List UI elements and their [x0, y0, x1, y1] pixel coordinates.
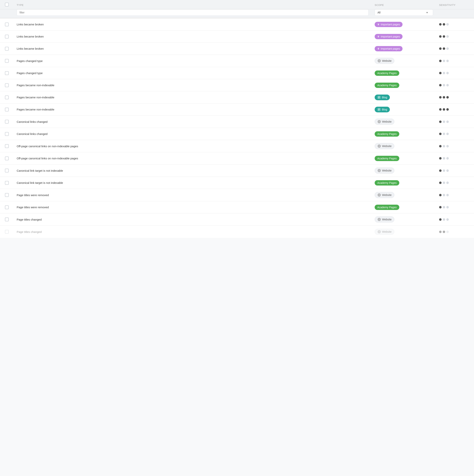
row-type: Links became broken [14, 44, 372, 53]
row-scope: Academy Pages [372, 153, 436, 164]
row-checkbox-13[interactable] [5, 169, 9, 172]
scope-label: Website [382, 169, 391, 172]
sensitivity-dot-1 [439, 133, 441, 135]
sensitivity-dot-3 [446, 47, 449, 50]
row-checkbox-6[interactable] [5, 83, 9, 87]
sensitivity-dot-3 [446, 60, 449, 62]
row-sensitivity [436, 191, 474, 199]
scope-label: Website [382, 145, 391, 148]
globe-icon [377, 218, 381, 221]
row-sensitivity [436, 142, 474, 151]
sensitivity-dot-1 [439, 170, 441, 172]
row-checkbox-7[interactable] [5, 96, 9, 99]
row-checkbox-14[interactable] [5, 181, 9, 185]
scope-label: Academy Pages [377, 206, 397, 209]
table-row: Page titles were removed Website [0, 189, 474, 201]
scope-badge-academy: Academy Pages [375, 180, 399, 186]
scope-badge-website: Website [375, 143, 394, 149]
row-type: Canonical links changed [14, 129, 372, 138]
rows-container: Links became broken ♛ Important pages Li… [0, 18, 474, 238]
globe-icon [377, 230, 381, 234]
sensitivity-dot-2 [443, 145, 445, 147]
scope-badge-academy: Academy Pages [375, 156, 399, 161]
row-sensitivity [436, 130, 474, 138]
scope-badge-website: Website [375, 229, 394, 235]
select-all-checkbox[interactable] [5, 3, 9, 6]
row-sensitivity [436, 69, 474, 77]
sensitivity-dot-2 [443, 194, 445, 196]
row-checkbox-cell [0, 205, 14, 209]
row-type: Links became broken [14, 20, 372, 29]
row-checkbox-3[interactable] [5, 47, 9, 51]
table-row: Pages became non-indexable Blog [0, 103, 474, 116]
row-checkbox-cell [0, 23, 14, 26]
scope-badge-academy: Academy Pages [375, 131, 399, 137]
globe-icon [377, 59, 381, 63]
row-sensitivity [436, 20, 474, 29]
row-type: Pages changed type [14, 68, 372, 78]
row-scope: Academy Pages [372, 80, 436, 91]
row-checkbox-4[interactable] [5, 59, 9, 63]
row-scope: ♛ Important pages [372, 43, 436, 54]
row-checkbox-18[interactable] [5, 230, 9, 234]
type-filter-input[interactable] [17, 9, 369, 16]
scope-select[interactable]: All Website Academy Pages Blog Important… [375, 9, 433, 16]
header-checkbox-cell [0, 3, 14, 8]
table-row: Off-page canonical links on non-indexabl… [0, 152, 474, 165]
sensitivity-dot-2 [443, 35, 445, 38]
type-header: TYPE [14, 4, 372, 8]
row-checkbox-cell [0, 132, 14, 136]
row-scope: Website [372, 213, 436, 225]
row-sensitivity [436, 32, 474, 41]
row-checkbox-15[interactable] [5, 193, 9, 197]
row-checkbox-cell [0, 47, 14, 51]
row-checkbox-cell [0, 181, 14, 185]
row-checkbox-cell [0, 218, 14, 221]
row-checkbox-2[interactable] [5, 35, 9, 38]
sensitivity-dot-2 [443, 170, 445, 172]
table-row: Canonical link target is not indexable A… [0, 177, 474, 189]
row-scope: Website [372, 55, 436, 67]
row-checkbox-12[interactable] [5, 156, 9, 160]
row-checkbox-8[interactable] [5, 108, 9, 111]
sensitivity-dot-3 [446, 157, 449, 160]
filter-row: All Website Academy Pages Blog Important… [0, 9, 474, 18]
scope-label: Academy Pages [377, 84, 397, 87]
scope-header: SCOPE [372, 4, 436, 8]
row-sensitivity [436, 118, 474, 126]
sensitivity-dot-1 [439, 206, 441, 208]
row-checkbox-cell [0, 230, 14, 234]
row-checkbox-cell [0, 193, 14, 197]
row-checkbox-cell [0, 108, 14, 111]
sensitivity-dot-2 [443, 218, 445, 221]
row-type: Page titles were removed [14, 203, 372, 212]
table-row: Pages changed type Academy Pages [0, 67, 474, 79]
type-filter-wrap [14, 9, 372, 16]
scope-filter-wrap: All Website Academy Pages Blog Important… [372, 9, 436, 16]
row-checkbox-cell [0, 144, 14, 148]
sensitivity-dot-2 [443, 231, 445, 233]
row-checkbox-16[interactable] [5, 205, 9, 209]
table-row: Links became broken ♛ Important pages [0, 18, 474, 31]
scope-label: Blog [382, 108, 387, 111]
row-type: Page titles were removed [14, 190, 372, 200]
row-checkbox-9[interactable] [5, 120, 9, 123]
sensitivity-dot-3 [446, 206, 449, 208]
scope-badge-academy: Academy Pages [375, 70, 399, 76]
row-checkbox-5[interactable] [5, 71, 9, 75]
row-sensitivity [436, 93, 474, 102]
row-checkbox-10[interactable] [5, 132, 9, 136]
sensitivity-dot-2 [443, 84, 445, 86]
row-scope: Academy Pages [372, 68, 436, 79]
row-checkbox-11[interactable] [5, 144, 9, 148]
sensitivity-dot-1 [439, 120, 441, 123]
row-scope: Academy Pages [372, 128, 436, 140]
row-scope: Website [372, 116, 436, 128]
sensitivity-dot-1 [439, 35, 441, 38]
scope-select-container: All Website Academy Pages Blog Important… [375, 9, 433, 16]
alerts-table: TYPE SCOPE SENSITIVITY All Website Acade… [0, 0, 474, 238]
row-checkbox-1[interactable] [5, 23, 9, 26]
row-checkbox-17[interactable] [5, 218, 9, 221]
scope-badge-blog: Blog [375, 107, 390, 112]
table-row: Canonical link target is not indexable W… [0, 165, 474, 177]
